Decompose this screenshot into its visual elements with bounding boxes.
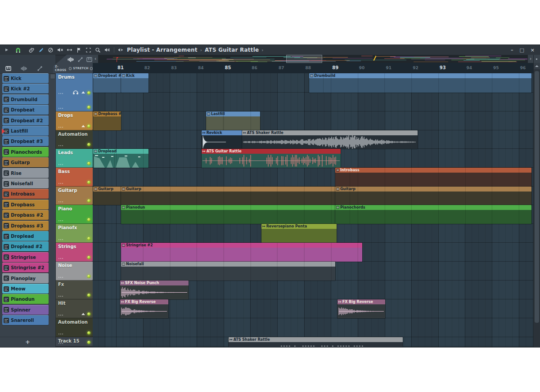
track-enable-led[interactable] (87, 162, 90, 165)
track-enable-led[interactable] (87, 275, 90, 278)
select-tool-icon[interactable] (86, 47, 91, 53)
track-header-automation[interactable]: Automation (56, 130, 93, 149)
pattern-item-introbass[interactable]: Introbass (2, 189, 49, 199)
timeline-ruler[interactable]: 81828384858687888990919293949596 (93, 63, 533, 74)
clip-revkick[interactable]: ↦Revkick (202, 130, 242, 149)
track-header-pianofx[interactable]: Pianofx (56, 224, 93, 243)
track-enable-led[interactable] (87, 106, 90, 109)
track-enable-led[interactable] (87, 218, 90, 221)
clip-ats-shaker-rattle[interactable]: ↦ATS Shaker Rattle (242, 130, 418, 149)
track-header-drums[interactable]: Drums (56, 73, 93, 111)
pattern-item-pianochords[interactable]: Pianochords (2, 147, 49, 157)
pattern-item-dropbeat-2[interactable]: Dropbeat #2 (2, 116, 49, 125)
track-enable-led[interactable] (87, 341, 90, 344)
track-header-piano[interactable]: Piano (56, 205, 93, 224)
add-pattern-button[interactable]: + (21, 338, 35, 347)
pattern-item-rise[interactable]: Rise (2, 168, 49, 178)
piano-icon[interactable] (86, 57, 93, 62)
clip-reversepiano-penta[interactable]: ↦Reversepiano Penta (261, 224, 337, 243)
track-options-dots[interactable] (58, 258, 59, 259)
track-header-drops[interactable]: Drops (56, 111, 93, 130)
clip-fx-big-reverse[interactable]: ↦FX Big Reverse (120, 299, 168, 318)
track-options-dots[interactable] (58, 201, 59, 202)
slide-icon[interactable] (77, 57, 84, 62)
paint-tool-icon[interactable] (38, 47, 44, 53)
track-options-dots[interactable] (58, 183, 59, 184)
mute-tool-icon[interactable] (57, 47, 63, 53)
clip-sfx-noise-punch[interactable]: ↦SFX Noise Punch (120, 281, 189, 299)
vertical-scrollbar[interactable] (533, 55, 540, 347)
track-enable-led[interactable] (87, 199, 90, 202)
pattern-item-guitarp[interactable]: Guitarp (2, 157, 49, 167)
pattern-item-stringrise-2[interactable]: Stringrise #2 (2, 263, 49, 272)
track-options-dots[interactable] (58, 108, 59, 109)
clip-ats-shaker-rattle[interactable]: ↦ATS Shaker Rattle (229, 337, 403, 347)
pattern-item-dropbass-3[interactable]: Dropbass #3 (2, 221, 49, 231)
track-enable-led[interactable] (87, 91, 90, 94)
snap-magnet-icon[interactable] (15, 47, 21, 53)
track-enable-led[interactable] (87, 331, 90, 334)
playlist-speaker-icon[interactable] (118, 47, 124, 53)
waveform-icon[interactable] (21, 66, 27, 71)
pattern-item-kick-2[interactable]: Kick #2 (2, 84, 49, 94)
track-options-dots[interactable] (58, 127, 59, 128)
track-enable-led[interactable] (87, 312, 90, 316)
zcross-checkbox[interactable] (69, 67, 72, 70)
track-header-bass[interactable]: Bass (56, 168, 93, 187)
clip-drumbuild[interactable]: Drumbuild (309, 73, 531, 93)
track-options-dots[interactable] (58, 93, 59, 94)
track-options-dots[interactable] (58, 296, 59, 297)
slip-edit-icon[interactable] (29, 47, 35, 53)
clip-ats-guitar-rattle[interactable]: ↦ATS Guitar Rattle (202, 149, 341, 168)
pattern-item-pianoplay[interactable]: Pianoplay (2, 273, 49, 283)
slide-icon[interactable] (37, 66, 43, 71)
maximize-button[interactable]: □ (519, 48, 524, 53)
scroll-up-button[interactable] (534, 63, 540, 69)
clip-guitarp[interactable]: Guitarp (121, 187, 335, 205)
track-expand-triangle[interactable] (81, 91, 85, 94)
zoom-tool-icon[interactable] (95, 47, 101, 53)
close-button[interactable]: × (531, 48, 535, 53)
clip-introbass[interactable]: Introbass (335, 168, 531, 187)
track-enable-led[interactable] (87, 256, 90, 259)
detach-play-icon[interactable] (4, 47, 9, 53)
clip-stringrise-2[interactable]: Stringrise #2 (121, 243, 362, 262)
clip-pianodun[interactable]: Pianodun (121, 205, 335, 224)
pattern-item-lastfill[interactable]: Lastfill (2, 126, 49, 136)
track-group-icon[interactable] (72, 88, 79, 97)
pattern-item-meow[interactable]: Meow (2, 284, 49, 294)
scrollbar-corner-button[interactable] (534, 55, 540, 63)
track-header-fx[interactable]: Fx (56, 281, 93, 299)
track-options-dots[interactable] (58, 145, 59, 146)
track-options-dots[interactable] (58, 220, 59, 221)
pattern-list-scrollbar[interactable] (50, 74, 55, 79)
clip-lastfill[interactable]: Lastfill (206, 111, 260, 130)
pattern-item-drumbuild[interactable]: Drumbuild (2, 94, 49, 104)
track-header-noise[interactable]: Noise (56, 262, 93, 281)
clip-dropbeat-2[interactable]: Dropbeat #2 (93, 73, 121, 93)
track-enable-led[interactable] (87, 294, 90, 297)
clip-guitarp[interactable]: Guitarp (93, 187, 121, 205)
pattern-item-kick[interactable]: Kick (2, 73, 49, 83)
pattern-item-stringrise[interactable]: Stringrise (2, 252, 49, 262)
track-options-dots[interactable] (58, 239, 59, 240)
pattern-item-pianodun[interactable]: Pianodun (2, 294, 49, 304)
pattern-item-droplead[interactable]: Droplead (2, 231, 49, 241)
scrollbar-thumb[interactable] (535, 71, 539, 323)
track-enable-led[interactable] (87, 237, 90, 240)
preview-speaker-icon[interactable] (104, 47, 110, 53)
pattern-item-dropbass-2[interactable]: Dropbass #2 (2, 210, 49, 220)
track-options-dots[interactable] (58, 343, 59, 344)
pattern-item-noisefall[interactable]: Noisefall (2, 178, 49, 188)
track-expand-triangle[interactable] (81, 313, 85, 315)
minimize-button[interactable]: – (511, 48, 513, 53)
clip-pianochords[interactable]: Pianochords (335, 205, 531, 224)
playlist-grid[interactable]: Dropbeat #2KickDrumbuildDropbass #2Lastf… (93, 73, 533, 347)
delete-tool-icon[interactable] (48, 47, 54, 53)
performance-flag-icon[interactable] (76, 47, 82, 53)
track-options-dots[interactable] (58, 334, 59, 334)
clip-fx-big-reverse[interactable]: ↦FX Big Reverse (338, 299, 385, 318)
track-options-dots[interactable] (58, 315, 59, 316)
scroll-left-button[interactable]: ‹ (93, 55, 99, 63)
track-header-guitarp[interactable]: Guitarp (56, 187, 93, 205)
